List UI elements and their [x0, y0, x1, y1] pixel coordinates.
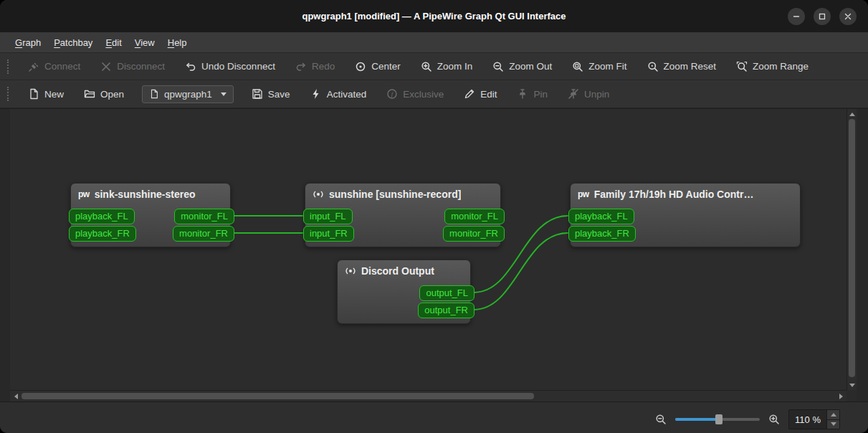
zoom-fit-label: Zoom Fit — [588, 61, 626, 72]
node-header: pw sink-sunshine-stereo — [71, 184, 230, 200]
arrow-right-icon — [839, 394, 843, 399]
graph-view: pw sink-sunshine-stereo playback_FL play… — [0, 108, 868, 401]
node-sink-sunshine-stereo[interactable]: pw sink-sunshine-stereo playback_FL play… — [70, 183, 231, 247]
port-output_FR[interactable]: output_FR — [418, 303, 474, 318]
menu-item-label: E — [105, 37, 112, 48]
zoom-in-button[interactable]: Zoom In — [414, 57, 480, 76]
file-icon — [149, 89, 159, 99]
zoom-spin-down-button[interactable] — [827, 419, 839, 429]
vertical-scrollbar[interactable] — [846, 109, 857, 390]
port-playback_FR[interactable]: playback_FR — [568, 226, 636, 242]
menu-item-view[interactable]: View — [128, 34, 161, 51]
menu-item-label: V — [135, 37, 140, 48]
node-discord-output[interactable]: Discord Output output_FL output_FR — [337, 260, 471, 324]
node-header: sunshine [sunshine-record] — [305, 184, 500, 200]
file-toolbar: New Open qpwgraph1 Save Activated — [0, 80, 868, 108]
scroll-down-button[interactable] — [847, 380, 857, 390]
port-input_FR[interactable]: input_FR — [303, 226, 354, 242]
arrow-up-icon — [849, 113, 855, 116]
zoom-out-button[interactable]: Zoom Out — [486, 57, 558, 76]
center-button[interactable]: Center — [348, 57, 407, 76]
port-playback_FR[interactable]: playback_FR — [69, 226, 136, 242]
scroll-left-button[interactable] — [10, 391, 22, 401]
connections-layer — [10, 109, 846, 390]
scrollbar-corner — [846, 390, 857, 401]
graph-toolbar: Connect Disconnect Undo Disconnect Redo — [0, 53, 868, 80]
zoom-fit-button[interactable]: Zoom Fit — [566, 57, 633, 76]
unpin-label: Unpin — [584, 89, 609, 100]
new-button[interactable]: New — [22, 85, 70, 103]
connect-button[interactable]: Connect — [22, 57, 87, 76]
horizontal-scrollbar-thumb[interactable] — [22, 393, 534, 399]
session-name: qpwgraph1 — [164, 89, 212, 100]
toolbar-handle[interactable] — [7, 87, 9, 101]
scroll-right-button[interactable] — [835, 391, 846, 401]
open-button[interactable]: Open — [77, 85, 130, 103]
menu-item-patchbay[interactable]: Patchbay — [47, 34, 99, 51]
menu-item-label: raph — [22, 37, 41, 48]
zoom-in-small-icon[interactable] — [768, 414, 780, 425]
undo-disconnect-button[interactable]: Undo Disconnect — [178, 57, 282, 76]
node-title: sink-sunshine-stereo — [95, 189, 196, 200]
zoom-slider[interactable] — [675, 418, 760, 421]
disconnect-button[interactable]: Disconnect — [94, 57, 171, 76]
monitor-icon — [313, 189, 324, 200]
vertical-scrollbar-thumb[interactable] — [849, 119, 855, 377]
node-header: pw Family 17h/19h HD Audio Contr… — [571, 184, 800, 200]
toolbar-handle[interactable] — [7, 60, 9, 74]
menu-item-help[interactable]: Help — [161, 34, 194, 51]
port-playback_FL[interactable]: playback_FL — [568, 209, 634, 224]
scroll-up-button[interactable] — [847, 109, 857, 119]
activated-button[interactable]: Activated — [304, 85, 373, 103]
port-monitor_FL[interactable]: monitor_FL — [174, 209, 234, 224]
save-button[interactable]: Save — [245, 85, 297, 103]
zoom-spin-up-button[interactable] — [827, 410, 839, 419]
horizontal-scrollbar[interactable] — [10, 390, 846, 401]
undo-disconnect-label: Undo Disconnect — [201, 61, 275, 72]
session-combobox[interactable]: qpwgraph1 — [142, 85, 234, 103]
zoom-range-icon — [736, 61, 748, 72]
zoom-in-label: Zoom In — [437, 61, 473, 72]
pipewire-icon: pw — [578, 189, 589, 199]
close-icon — [844, 12, 852, 21]
minimize-button[interactable] — [788, 8, 805, 25]
redo-icon — [295, 61, 307, 72]
unpin-button[interactable]: Unpin — [561, 85, 616, 103]
pin-button[interactable]: Pin — [510, 85, 554, 103]
disconnect-label: Disconnect — [117, 61, 165, 72]
port-output_FL[interactable]: output_FL — [419, 285, 474, 301]
zoom-slider-handle[interactable] — [715, 414, 722, 424]
zoom-reset-button[interactable]: Zoom Reset — [641, 57, 723, 76]
menu-item-label: iew — [140, 37, 155, 48]
port-monitor_FR[interactable]: monitor_FR — [443, 226, 505, 242]
arrow-down-icon — [849, 384, 855, 387]
port-playback_FL[interactable]: playback_FL — [69, 209, 135, 224]
node-family-hd-audio[interactable]: pw Family 17h/19h HD Audio Contr… playba… — [570, 183, 801, 247]
port-monitor_FL[interactable]: monitor_FL — [444, 209, 505, 224]
redo-label: Redo — [312, 61, 335, 72]
close-button[interactable] — [839, 8, 857, 25]
redo-button[interactable]: Redo — [289, 57, 341, 76]
graph-canvas[interactable]: pw sink-sunshine-stereo playback_FL play… — [10, 109, 846, 390]
open-label: Open — [100, 89, 124, 100]
menu-item-label: H — [168, 37, 174, 48]
center-label: Center — [371, 61, 401, 72]
pin-label: Pin — [533, 89, 548, 100]
port-monitor_FR[interactable]: monitor_FR — [173, 226, 234, 242]
port-input_FL[interactable]: input_FL — [303, 209, 353, 224]
node-title: Family 17h/19h HD Audio Contr… — [594, 189, 754, 200]
title-bar[interactable]: qpwgraph1 [modified] — A PipeWire Graph … — [0, 0, 868, 32]
node-sunshine-record[interactable]: sunshine [sunshine-record] input_FL inpu… — [305, 183, 501, 247]
menu-item-label: atchbay — [60, 37, 93, 48]
zoom-range-button[interactable]: Zoom Range — [730, 57, 815, 76]
zoom-out-small-icon[interactable] — [655, 414, 667, 425]
zoom-spinbox[interactable]: 110 % — [788, 409, 840, 429]
zoom-out-icon — [492, 61, 504, 72]
new-label: New — [44, 89, 64, 100]
maximize-button[interactable] — [814, 8, 831, 25]
exclusive-button[interactable]: f Exclusive — [380, 85, 450, 103]
menu-item-graph[interactable]: Graph — [9, 34, 47, 51]
save-label: Save — [268, 89, 290, 100]
edit-button[interactable]: Edit — [457, 85, 503, 103]
menu-item-edit[interactable]: Edit — [99, 34, 128, 51]
